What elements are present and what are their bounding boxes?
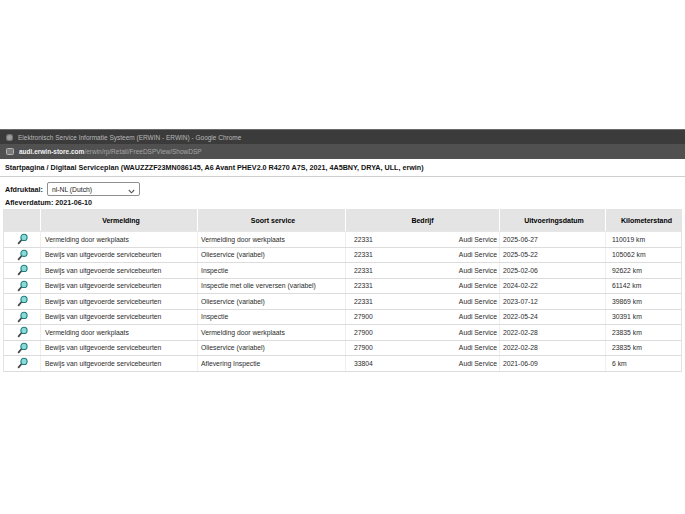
column-header-actions — [4, 209, 41, 231]
globe-icon — [6, 134, 13, 141]
cell-uitvoeringsdatum: 2023-07-12 — [500, 294, 606, 309]
print-language-label: Afdruktaal: — [5, 185, 43, 194]
print-language-value: nl-NL (Dutch) — [52, 186, 92, 193]
cell-soort-service: Olieservice (variabel) — [198, 294, 346, 309]
cell-vermelding: Bewijs van uitgevoerde servicebeurten — [41, 248, 198, 263]
cell-bedrijf: 27900Audi Service — [346, 325, 500, 340]
cell-soort-service: Aflevering Inspectie — [198, 356, 346, 371]
cell-bedrijf: 22331Audi Service — [346, 263, 500, 278]
bedrijf-name: Audi Service — [459, 344, 497, 351]
table-row: Vermelding door werkplaatsVermelding doo… — [4, 232, 681, 248]
column-header-soort-service: Soort service — [198, 209, 346, 231]
bedrijf-code: 22331 — [354, 251, 373, 258]
cell-kilometerstand: 105062 km — [606, 248, 681, 263]
window-title: Elektronisch Service Informatie Systeem … — [18, 134, 241, 141]
url-path: /erwin/rp/Retail/FreeDSPView/ShowDSP — [84, 148, 201, 155]
column-header-vermelding: Vermelding — [41, 209, 198, 231]
magnifier-icon[interactable] — [4, 232, 41, 247]
cell-uitvoeringsdatum: 2025-02-06 — [500, 263, 606, 278]
magnifier-icon[interactable] — [4, 294, 41, 309]
magnifier-icon[interactable] — [4, 248, 41, 263]
cell-kilometerstand: 61142 km — [606, 279, 681, 294]
cell-vermelding: Bewijs van uitgevoerde servicebeurten — [41, 310, 198, 325]
table-row: Vermelding door werkplaatsVermelding doo… — [4, 325, 681, 341]
service-table: VermeldingSoort serviceBedrijfUitvoering… — [3, 209, 682, 372]
cell-uitvoeringsdatum: 2022-02-28 — [500, 341, 606, 356]
bedrijf-code: 27900 — [354, 344, 373, 351]
cell-soort-service: Olieservice (variabel) — [198, 341, 346, 356]
table-row: Bewijs van uitgevoerde servicebeurtenIns… — [4, 263, 681, 279]
cell-kilometerstand: 110019 km — [606, 232, 681, 247]
cell-kilometerstand: 23835 km — [606, 341, 681, 356]
print-language-select[interactable]: nl-NL (Dutch) — [47, 182, 140, 196]
url-domain: audi.erwin-store.com — [19, 148, 84, 155]
bedrijf-name: Audi Service — [459, 329, 497, 336]
column-header-kilometerstand: Kilometerstand — [606, 209, 681, 231]
table-row: Bewijs van uitgevoerde servicebeurtenOli… — [4, 294, 681, 310]
bedrijf-code: 22331 — [354, 298, 373, 305]
bedrijf-name: Audi Service — [459, 267, 497, 274]
cell-kilometerstand: 30391 km — [606, 310, 681, 325]
cell-soort-service: Inspectie — [198, 310, 346, 325]
address-bar[interactable]: audi.erwin-store.com/erwin/rp/Retail/Fre… — [0, 144, 685, 159]
print-language-row: Afdruktaal: nl-NL (Dutch) — [5, 181, 140, 197]
table-row: Bewijs van uitgevoerde servicebeurtenIns… — [4, 279, 681, 295]
cell-soort-service: Inspectie — [198, 263, 346, 278]
cell-bedrijf: 22331Audi Service — [346, 279, 500, 294]
page: Elektronisch Service Informatie Systeem … — [0, 0, 685, 514]
breadcrumb: Startpagina / Digitaal Serviceplan (WAUZ… — [0, 159, 685, 177]
cell-vermelding: Bewijs van uitgevoerde servicebeurten — [41, 356, 198, 371]
bedrijf-name: Audi Service — [459, 298, 497, 305]
magnifier-icon[interactable] — [4, 263, 41, 278]
delivery-date: Afleverdatum: 2021-06-10 — [5, 198, 92, 207]
magnifier-icon[interactable] — [4, 341, 41, 356]
cell-bedrijf: 33804Audi Service — [346, 356, 500, 371]
bedrijf-code: 27900 — [354, 313, 373, 320]
table-row: Bewijs van uitgevoerde servicebeurtenIns… — [4, 310, 681, 326]
cell-kilometerstand: 23835 km — [606, 325, 681, 340]
window-titlebar: Elektronisch Service Informatie Systeem … — [0, 129, 685, 144]
cell-uitvoeringsdatum: 2022-02-28 — [500, 325, 606, 340]
cell-bedrijf: 22331Audi Service — [346, 232, 500, 247]
cell-soort-service: Vermelding door werkplaats — [198, 232, 346, 247]
cell-uitvoeringsdatum: 2025-06-27 — [500, 232, 606, 247]
cell-vermelding: Bewijs van uitgevoerde servicebeurten — [41, 263, 198, 278]
bedrijf-code: 33804 — [354, 360, 373, 367]
bedrijf-name: Audi Service — [459, 236, 497, 243]
magnifier-icon[interactable] — [4, 356, 41, 371]
cell-vermelding: Vermelding door werkplaats — [41, 232, 198, 247]
table-header-row: VermeldingSoort serviceBedrijfUitvoering… — [4, 209, 681, 232]
cell-uitvoeringsdatum: 2021-06-09 — [500, 356, 606, 371]
breadcrumb-text: Startpagina / Digitaal Serviceplan (WAUZ… — [5, 163, 424, 172]
cell-vermelding: Bewijs van uitgevoerde servicebeurten — [41, 294, 198, 309]
magnifier-icon[interactable] — [4, 310, 41, 325]
cell-bedrijf: 27900Audi Service — [346, 310, 500, 325]
cell-uitvoeringsdatum: 2025-05-22 — [500, 248, 606, 263]
column-header-uitvoeringsdatum: Uitvoeringsdatum — [500, 209, 606, 231]
chevron-down-icon — [128, 180, 135, 198]
bedrijf-name: Audi Service — [459, 313, 497, 320]
cell-kilometerstand: 92622 km — [606, 263, 681, 278]
bedrijf-code: 22331 — [354, 282, 373, 289]
table-row: Bewijs van uitgevoerde servicebeurtenAfl… — [4, 356, 681, 372]
cell-bedrijf: 22331Audi Service — [346, 248, 500, 263]
cell-soort-service: Vermelding door werkplaats — [198, 325, 346, 340]
cell-soort-service: Inspectie met olie verversen (variabel) — [198, 279, 346, 294]
bedrijf-name: Audi Service — [459, 282, 497, 289]
table-row: Bewijs van uitgevoerde servicebeurtenOli… — [4, 248, 681, 264]
cell-vermelding: Bewijs van uitgevoerde servicebeurten — [41, 341, 198, 356]
bedrijf-code: 22331 — [354, 236, 373, 243]
cell-vermelding: Bewijs van uitgevoerde servicebeurten — [41, 279, 198, 294]
cell-kilometerstand: 6 km — [606, 356, 681, 371]
magnifier-icon[interactable] — [4, 279, 41, 294]
bedrijf-code: 22331 — [354, 267, 373, 274]
page-icon — [6, 148, 14, 155]
cell-vermelding: Vermelding door werkplaats — [41, 325, 198, 340]
magnifier-icon[interactable] — [4, 325, 41, 340]
column-header-bedrijf: Bedrijf — [346, 209, 500, 231]
bedrijf-name: Audi Service — [459, 251, 497, 258]
table-row: Bewijs van uitgevoerde servicebeurtenOli… — [4, 341, 681, 357]
cell-bedrijf: 27900Audi Service — [346, 341, 500, 356]
bedrijf-code: 27900 — [354, 329, 373, 336]
bedrijf-name: Audi Service — [459, 360, 497, 367]
